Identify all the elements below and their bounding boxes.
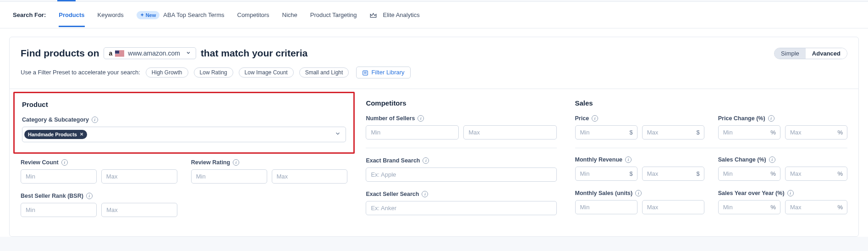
- category-select[interactable]: Handmade Products ✕: [22, 127, 346, 142]
- amazon-logo-icon: a: [109, 50, 112, 57]
- title-prefix: Find products on: [21, 48, 99, 59]
- tab-products[interactable]: Products: [59, 3, 84, 27]
- price-label: Price i: [575, 115, 704, 122]
- info-icon[interactable]: i: [86, 193, 93, 199]
- mode-simple[interactable]: Simple: [775, 48, 806, 59]
- page-frame: Search For: Products Keywords New ABA To…: [0, 1, 868, 237]
- dollar-suffix: $: [697, 170, 700, 177]
- exact-seller-input[interactable]: [366, 201, 556, 215]
- monthly-sales-min[interactable]: [575, 200, 637, 214]
- review-count-min[interactable]: [21, 169, 97, 184]
- percent-suffix: %: [837, 170, 843, 177]
- percent-suffix: %: [770, 170, 776, 177]
- review-count-label: Review Count i: [21, 159, 177, 166]
- chevron-down-icon: [186, 50, 191, 57]
- info-icon[interactable]: i: [592, 115, 598, 122]
- highlight-box: Product Category & Subcategory i Handmad…: [13, 92, 355, 154]
- info-icon[interactable]: i: [233, 159, 239, 166]
- monthly-sales-max[interactable]: [642, 200, 704, 214]
- preset-row: Use a Filter Preset to accelerate your s…: [21, 67, 847, 78]
- category-tag-label: Handmade Products: [28, 132, 77, 137]
- review-rating-max[interactable]: [272, 169, 348, 184]
- marketplace-select[interactable]: a www.amazon.com: [104, 47, 196, 59]
- market-domain: www.amazon.com: [128, 50, 180, 57]
- exact-brand-label: Exact Brand Search i: [366, 157, 556, 164]
- percent-suffix: %: [770, 204, 776, 211]
- main-panel: Find products on a www.amazon.com that m…: [9, 37, 859, 237]
- exact-brand-input[interactable]: [366, 167, 556, 182]
- sales-change-label: Sales Change (%) i: [718, 156, 847, 163]
- title-row: Find products on a www.amazon.com that m…: [21, 47, 847, 59]
- dollar-suffix: $: [629, 129, 632, 136]
- percent-suffix: %: [837, 129, 843, 136]
- tab-product-targeting[interactable]: Product Targeting: [310, 3, 357, 27]
- category-label: Category & Subcategory i: [22, 117, 346, 123]
- percent-suffix: %: [837, 204, 843, 211]
- info-icon[interactable]: i: [61, 159, 68, 166]
- tab-niche[interactable]: Niche: [282, 3, 297, 27]
- info-icon[interactable]: i: [92, 117, 98, 123]
- bsr-min[interactable]: [21, 203, 97, 217]
- divider: [10, 89, 858, 89]
- search-for-tabs: Search For: Products Keywords New ABA To…: [0, 2, 868, 28]
- col-product: Product Category & Subcategory i Handmad…: [21, 99, 347, 226]
- mode-advanced[interactable]: Advanced: [806, 48, 847, 59]
- price-change-label: Price Change (%) i: [718, 115, 847, 122]
- info-icon[interactable]: i: [625, 156, 632, 163]
- tab-elite[interactable]: Elite Analytics: [370, 3, 420, 27]
- section-sales: Sales: [575, 99, 847, 107]
- section-product: Product: [22, 100, 346, 108]
- num-sellers-label: Number of Sellers i: [366, 115, 556, 122]
- preset-high-growth[interactable]: High Growth: [146, 67, 188, 78]
- info-icon[interactable]: i: [769, 156, 775, 163]
- monthly-revenue-label: Monthly Revenue i: [575, 156, 704, 163]
- col-competitors: Competitors Number of Sellers i Exact Br…: [366, 99, 556, 226]
- page-title: Find products on a www.amazon.com that m…: [21, 47, 308, 59]
- review-rating-label: Review Rating i: [191, 159, 348, 166]
- price-min[interactable]: [575, 125, 637, 139]
- section-competitors: Competitors: [366, 99, 556, 107]
- tab-aba[interactable]: New ABA Top Search Terms: [137, 3, 225, 28]
- info-icon[interactable]: i: [768, 115, 775, 122]
- filter-columns: Product Category & Subcategory i Handmad…: [21, 99, 847, 226]
- exact-seller-label: Exact Seller Search i: [366, 191, 556, 197]
- monthly-revenue-min[interactable]: [575, 167, 637, 181]
- price-max[interactable]: [642, 125, 704, 139]
- info-icon[interactable]: i: [423, 157, 429, 164]
- filter-library-label: Filter Library: [371, 69, 404, 76]
- library-icon: [362, 69, 368, 76]
- dollar-suffix: $: [629, 170, 632, 177]
- info-icon[interactable]: i: [418, 115, 424, 122]
- crown-icon: [370, 11, 377, 18]
- new-badge: New: [137, 11, 160, 19]
- us-flag-icon: [115, 50, 124, 56]
- tab-aba-label: ABA Top Search Terms: [163, 11, 224, 18]
- sales-yoy-label: Sales Year over Year (%) i: [718, 190, 847, 196]
- review-count-max[interactable]: [101, 169, 177, 184]
- percent-suffix: %: [770, 129, 776, 136]
- info-icon[interactable]: i: [635, 190, 642, 196]
- review-rating-min[interactable]: [191, 169, 267, 184]
- tab-keywords[interactable]: Keywords: [98, 3, 124, 27]
- bsr-label: Best Seller Rank (BSR) i: [21, 193, 177, 199]
- num-sellers-max[interactable]: [463, 125, 556, 139]
- tab-elite-label: Elite Analytics: [383, 11, 420, 18]
- info-icon[interactable]: i: [422, 191, 428, 197]
- dollar-suffix: $: [697, 129, 700, 136]
- search-for-label: Search For:: [13, 11, 46, 18]
- tab-competitors[interactable]: Competitors: [237, 3, 269, 27]
- col-sales: Sales Price i $ $ Pric: [575, 99, 847, 226]
- bsr-max[interactable]: [101, 203, 177, 217]
- monthly-sales-label: Monthly Sales (units) i: [575, 190, 704, 196]
- chevron-down-icon: [335, 130, 341, 139]
- monthly-revenue-max[interactable]: [642, 167, 704, 181]
- mode-toggle: Simple Advanced: [774, 48, 847, 59]
- title-suffix: that match your criteria: [201, 48, 308, 59]
- filter-library-button[interactable]: Filter Library: [356, 67, 410, 78]
- info-icon[interactable]: i: [787, 190, 794, 196]
- preset-small-light[interactable]: Small and Light: [299, 67, 349, 78]
- preset-low-image[interactable]: Low Image Count: [239, 67, 294, 78]
- num-sellers-min[interactable]: [366, 125, 459, 139]
- remove-tag-icon[interactable]: ✕: [80, 132, 83, 137]
- preset-low-rating[interactable]: Low Rating: [194, 67, 233, 78]
